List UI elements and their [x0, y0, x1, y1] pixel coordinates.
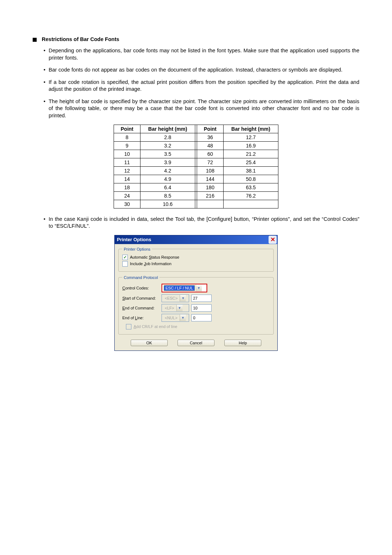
table-row: 103.56021.2 [114, 150, 278, 158]
chevron-down-icon: ▼ [176, 305, 183, 311]
list-item: • In the case Kanji code is included in … [44, 216, 359, 230]
end-of-command-label: End of Command: [122, 306, 162, 310]
dialog-body: Printer Options ✓ Automatic Status Respo… [115, 244, 277, 351]
table-row: 186.418063.5 [114, 183, 278, 191]
start-of-command-num[interactable]: 27 [191, 295, 212, 302]
printer-options-group: Printer Options ✓ Automatic Status Respo… [118, 247, 274, 272]
table-row: 113.97225.4 [114, 158, 278, 166]
end-of-command-combo[interactable]: <LF> ▼ [162, 304, 189, 312]
th-height: Bar height (mm) [224, 125, 278, 133]
th-point: Point [197, 125, 224, 133]
th-point: Point [114, 125, 140, 133]
table-row: 93.24816.9 [114, 141, 278, 150]
dialog-titlebar: Printer Options ✕ [115, 235, 277, 244]
group-legend: Printer Options [122, 247, 152, 251]
checkbox-unchecked-icon [122, 261, 128, 267]
end-of-line-row: End of Line: <NUL> ▼ 0 [122, 314, 270, 322]
bullet-dot-icon: • [44, 216, 49, 230]
close-icon: ✕ [270, 237, 275, 243]
bullet-text: Depending on the applications, bar code … [49, 47, 359, 61]
bullet-text: In the case Kanji code is included in da… [49, 216, 359, 230]
table-row: 248.521676.2 [114, 191, 278, 200]
start-of-command-row: Start of Command: <ESC> ▼ 27 [122, 294, 270, 302]
bullet-square-icon [33, 38, 37, 42]
bullet-text: Bar code fonts do not appear as bar code… [49, 66, 359, 74]
chevron-down-icon: ▼ [180, 315, 186, 321]
checkbox-disabled-icon [126, 324, 131, 329]
bullet-list: • Depending on the applications, bar cod… [44, 47, 359, 119]
checkbox-checked-icon: ✓ [122, 255, 128, 260]
th-height: Bar height (mm) [140, 125, 195, 133]
section-heading: Restrictions of Bar Code Fonts [33, 36, 359, 42]
table-row: 82.83612.7 [114, 133, 278, 141]
chevron-down-icon: ▼ [196, 285, 202, 291]
close-button[interactable]: ✕ [269, 236, 277, 244]
end-of-command-num[interactable]: 10 [191, 304, 212, 312]
combo-value: <ESC> [163, 296, 179, 300]
automatic-status-checkbox[interactable]: ✓ Automatic Status Response [122, 255, 270, 260]
control-codes-row: Control Codes: ESC / LF / NUL ▼ [122, 284, 270, 292]
list-item: • Depending on the applications, bar cod… [44, 47, 359, 61]
printer-options-dialog: Printer Options ✕ Printer Options ✓ Auto… [114, 235, 278, 351]
command-protocol-group: Command Protocol Control Codes: ESC / LF… [118, 275, 274, 335]
bullet-text: If a bar code rotation is specified, the… [49, 79, 359, 93]
end-of-line-num[interactable]: 0 [191, 314, 212, 321]
list-item: • The height of bar code is specified by… [44, 98, 359, 119]
combo-selected-value: ESC / LF / NUL [164, 285, 195, 291]
combo-value: <LF> [163, 306, 176, 310]
ok-button[interactable]: OK [131, 340, 168, 346]
combo-value: <NUL> [163, 316, 179, 320]
list-item: • Bar code fonts do not appear as bar co… [44, 66, 359, 74]
table-row: 144.914450.8 [114, 175, 278, 183]
end-of-line-combo[interactable]: <NUL> ▼ [162, 314, 189, 322]
bullet-dot-icon: • [44, 47, 49, 61]
point-height-table: Point Bar height (mm) Point Bar height (… [114, 125, 278, 208]
checkbox-label: Add CR/LF at end of line [134, 324, 177, 329]
checkbox-label: Automatic Status Response [130, 255, 179, 259]
dialog-title: Printer Options [117, 237, 151, 242]
dialog-button-row: OK Cancel Help [118, 338, 274, 347]
chevron-down-icon: ▼ [180, 295, 186, 301]
control-codes-combo[interactable]: ESC / LF / NUL ▼ [162, 284, 207, 292]
list-item: • If a bar code rotation is specified, t… [44, 79, 359, 93]
bullet-dot-icon: • [44, 98, 49, 119]
document-page: Restrictions of Bar Code Fonts • Dependi… [0, 0, 392, 555]
start-of-command-label: Start of Command: [122, 296, 162, 300]
help-button[interactable]: Help [224, 340, 261, 346]
cancel-button[interactable]: Cancel [177, 340, 215, 346]
section-title: Restrictions of Bar Code Fonts [42, 36, 119, 42]
include-job-info-checkbox[interactable]: Include Job Information [122, 261, 270, 267]
checkbox-label: Include Job Information [130, 262, 171, 266]
group-legend: Command Protocol [122, 275, 159, 280]
control-codes-label: Control Codes: [122, 286, 162, 290]
add-crlf-checkbox: Add CR/LF at end of line [126, 324, 270, 329]
bullet-dot-icon: • [44, 79, 49, 93]
end-of-line-label: End of Line: [122, 316, 162, 320]
table-row: 3010.6 [114, 200, 278, 208]
start-of-command-combo[interactable]: <ESC> ▼ [162, 294, 189, 302]
table-row: 124.210838.1 [114, 166, 278, 175]
bullet-text: The height of bar code is specified by t… [49, 98, 359, 119]
bullet-list: • In the case Kanji code is included in … [44, 216, 359, 230]
bullet-dot-icon: • [44, 66, 49, 74]
end-of-command-row: End of Command: <LF> ▼ 10 [122, 304, 270, 312]
